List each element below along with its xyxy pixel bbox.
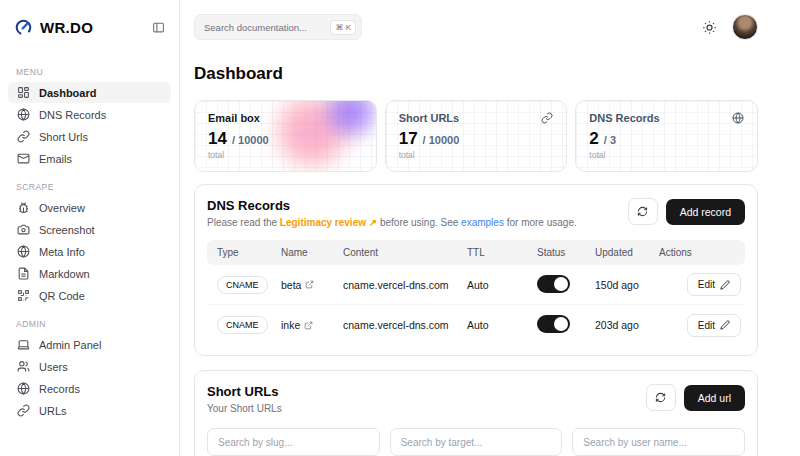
sidebar-item-label: Users	[39, 361, 68, 373]
brand-gauge-icon	[14, 18, 33, 37]
stat-caption: total	[589, 150, 744, 160]
user-avatar[interactable]	[732, 14, 758, 40]
bug-icon	[17, 201, 30, 214]
dns-panel-description: Please read the Legitimacy review ↗ befo…	[207, 217, 577, 228]
record-content: cname.vercel-dns.com	[333, 319, 457, 331]
record-updated: 150d ago	[585, 279, 649, 291]
topbar: ⌘ K	[180, 0, 800, 54]
stat-value: 2	[589, 129, 598, 149]
search-box[interactable]: ⌘ K	[194, 14, 362, 40]
search-input[interactable]	[204, 22, 324, 33]
file-text-icon	[17, 267, 30, 280]
add-url-button[interactable]: Add url	[684, 385, 745, 411]
refresh-button[interactable]	[646, 384, 676, 411]
sidebar-item-label: Records	[39, 383, 80, 395]
search-shortcut-badge: ⌘ K	[330, 20, 356, 35]
record-updated: 203d ago	[585, 319, 649, 331]
sidebar-item-urls[interactable]: URLs	[8, 400, 171, 421]
stat-caption: total	[208, 150, 363, 160]
search-by-target-input[interactable]	[390, 428, 563, 456]
dns-records-panel: DNS Records Please read the Legitimacy r…	[194, 184, 758, 356]
record-ttl: Auto	[457, 319, 527, 331]
desc-text: Please read the	[207, 217, 280, 228]
globe-icon	[17, 382, 30, 395]
short-urls-filters	[207, 428, 745, 456]
app-root: WR.DO MENU Dashboard DNS Records Sh	[0, 0, 800, 456]
examples-link[interactable]: examples	[461, 217, 504, 228]
legitimacy-review-link[interactable]: Legitimacy review ↗	[280, 217, 377, 228]
sidebar-item-records[interactable]: Records	[8, 378, 171, 399]
edit-record-button[interactable]: Edit	[687, 314, 741, 337]
record-type-badge: CNAME	[217, 276, 268, 294]
main-area: ⌘ K Dashboard Email box	[180, 0, 800, 456]
status-toggle[interactable]	[537, 275, 570, 293]
sidebar-collapse-icon[interactable]	[152, 21, 165, 34]
sidebar-item-label: DNS Records	[39, 109, 106, 121]
sidebar-item-label: Overview	[39, 202, 85, 214]
col-header-status: Status	[527, 247, 585, 258]
laptop-icon	[17, 338, 30, 351]
sidebar-item-markdown[interactable]: Markdown	[8, 263, 171, 284]
sidebar-item-users[interactable]: Users	[8, 356, 171, 377]
stat-card-email-box: Email box 14 / 10000 total	[194, 100, 377, 172]
sidebar-item-dns-records[interactable]: DNS Records	[8, 104, 171, 125]
search-by-slug-input[interactable]	[207, 428, 380, 456]
pencil-icon	[720, 280, 730, 290]
edit-record-button[interactable]: Edit	[687, 273, 741, 296]
link-icon	[17, 130, 30, 143]
dashboard-icon	[17, 86, 30, 99]
status-toggle[interactable]	[537, 315, 570, 333]
camera-icon	[17, 223, 30, 236]
sidebar-item-emails[interactable]: Emails	[8, 148, 171, 169]
external-link-icon	[304, 321, 313, 330]
sidebar-item-label: Admin Panel	[39, 339, 101, 351]
sidebar-item-qr-code[interactable]: QR Code	[8, 285, 171, 306]
topbar-right	[702, 14, 758, 40]
desc-text: for more usage.	[504, 217, 577, 228]
sidebar-item-overview[interactable]: Overview	[8, 197, 171, 218]
record-content: cname.vercel-dns.com	[333, 279, 457, 291]
sidebar-section-menu: MENU	[16, 67, 163, 77]
record-name[interactable]: beta	[281, 279, 301, 291]
pencil-icon	[720, 320, 730, 330]
dns-table-row: CNAME beta cname.vercel-dns.com Auto 150…	[207, 265, 745, 305]
col-header-ttl: TTL	[457, 247, 527, 258]
sidebar-item-label: URLs	[39, 405, 67, 417]
sidebar-item-dashboard[interactable]: Dashboard	[8, 82, 171, 103]
desc-text: before using. See	[377, 217, 461, 228]
link-icon	[541, 112, 553, 124]
globe-icon	[732, 112, 744, 124]
sidebar-item-admin-panel[interactable]: Admin Panel	[8, 334, 171, 355]
stats-row: Email box 14 / 10000 total Short URLs	[194, 100, 758, 172]
logo-row: WR.DO	[0, 0, 179, 54]
refresh-icon	[637, 206, 648, 217]
stat-card-dns-records: DNS Records 2 / 3 total	[575, 100, 758, 172]
sidebar-item-short-urls[interactable]: Short Urls	[8, 126, 171, 147]
stat-title: Email box	[208, 112, 260, 124]
refresh-button[interactable]	[628, 198, 658, 225]
mail-icon	[17, 152, 30, 165]
theme-toggle-sun-icon[interactable]	[702, 20, 717, 35]
short-urls-panel: Short URLs Your Short URLs Add url	[194, 370, 758, 456]
page-title: Dashboard	[194, 64, 758, 84]
sidebar-section-scrape: SCRAPE	[16, 182, 163, 192]
search-by-user-name-input[interactable]	[572, 428, 745, 456]
record-ttl: Auto	[457, 279, 527, 291]
stat-value: 14	[208, 129, 227, 149]
short-urls-panel-title: Short URLs	[207, 384, 282, 399]
sidebar-item-meta-info[interactable]: Meta Info	[8, 241, 171, 262]
add-record-button[interactable]: Add record	[666, 199, 745, 225]
external-link-icon	[305, 280, 314, 289]
sidebar-item-label: QR Code	[39, 290, 85, 302]
globe-icon	[17, 245, 30, 258]
toggle-knob	[554, 277, 568, 291]
sidebar-item-screenshot[interactable]: Screenshot	[8, 219, 171, 240]
sidebar-item-label: Markdown	[39, 268, 90, 280]
qr-code-icon	[17, 289, 30, 302]
sidebar-section-admin: ADMIN	[16, 319, 163, 329]
record-name[interactable]: inke	[281, 319, 300, 331]
sidebar: WR.DO MENU Dashboard DNS Records Sh	[0, 0, 180, 456]
edit-button-label: Edit	[698, 279, 715, 290]
stat-limit: / 10000	[232, 134, 269, 146]
record-type-badge: CNAME	[217, 316, 268, 334]
